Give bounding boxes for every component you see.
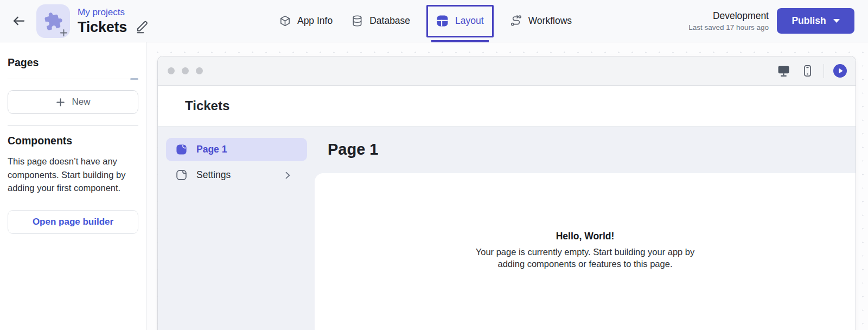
- environment-label: Development: [688, 10, 769, 22]
- page-icon-outline: [175, 169, 188, 181]
- controls-divider: [824, 64, 824, 78]
- plus-badge-icon: [59, 28, 68, 37]
- tab-label: Workflows: [528, 15, 572, 27]
- top-bar-right: Development Last saved 17 hours ago Publ…: [688, 8, 868, 34]
- preview-main-area: Page 1 Hello, World! Your page is curren…: [315, 126, 856, 330]
- new-page-button[interactable]: New: [8, 90, 138, 114]
- nav-item-label: Settings: [196, 169, 231, 181]
- database-icon: [351, 15, 363, 27]
- preview-app-body: Page 1 Settings Page 1: [158, 126, 856, 330]
- cube-icon: [279, 15, 291, 27]
- page-content-card: Hello, World! Your page is currently emp…: [315, 173, 856, 330]
- last-saved-text: Last saved 17 hours ago: [688, 23, 769, 31]
- nav-item-settings[interactable]: Settings: [166, 163, 307, 187]
- preview-app-header: Tickets: [158, 86, 856, 126]
- builder-section-nav: App Info Database Layout Workflows: [277, 0, 574, 42]
- page-icon-filled: [175, 143, 188, 156]
- breadcrumb[interactable]: My projects: [78, 7, 150, 18]
- builder-sidebar: Pages New Components This page doesn’t h…: [0, 42, 146, 330]
- pages-heading: Pages: [8, 56, 138, 69]
- caret-down-icon: [833, 19, 840, 23]
- pages-divider: [8, 79, 138, 79]
- empty-state-line-1: Your page is currently empty. Start buil…: [476, 246, 695, 258]
- preview-controls: [776, 64, 847, 78]
- smartphone-icon: [801, 64, 814, 78]
- app-builder-window: My projects Tickets App Info: [0, 0, 868, 330]
- panel-resize-handle[interactable]: [130, 78, 138, 80]
- components-heading: Components: [8, 135, 138, 147]
- tab-app-info[interactable]: App Info: [277, 5, 335, 37]
- desktop-preview-toggle[interactable]: [776, 64, 791, 78]
- arrow-left-icon: [11, 14, 26, 28]
- open-page-builder-button[interactable]: Open page builder: [8, 210, 138, 234]
- back-button[interactable]: [8, 11, 29, 31]
- plus-icon: [55, 97, 66, 107]
- window-dots: [167, 67, 203, 74]
- title-block: My projects Tickets: [78, 7, 150, 35]
- canvas-area: Tickets Page 1 Settings: [147, 42, 868, 330]
- publish-button[interactable]: Publish: [777, 8, 854, 34]
- page-title: Tickets: [78, 19, 127, 35]
- window-dot: [168, 67, 175, 74]
- pencil-icon: [135, 20, 150, 34]
- new-page-label: New: [72, 97, 90, 107]
- window-dot: [196, 67, 203, 74]
- nav-item-label: Page 1: [196, 144, 227, 155]
- top-bar: My projects Tickets App Info: [0, 0, 868, 42]
- tab-layout[interactable]: Layout: [426, 5, 494, 37]
- top-bar-left: My projects Tickets: [0, 4, 150, 38]
- preview-app-nav: Page 1 Settings: [158, 126, 315, 330]
- tab-label: Database: [369, 15, 410, 27]
- components-divider: [8, 125, 138, 126]
- app-preview-window: Tickets Page 1 Settings: [157, 56, 856, 330]
- window-dot: [182, 67, 189, 74]
- empty-state-line-2: adding components or features to this pa…: [476, 258, 695, 270]
- environment-block: Development Last saved 17 hours ago: [688, 10, 769, 31]
- nav-item-page-1[interactable]: Page 1: [166, 138, 307, 161]
- no-components-message: This page doesn’t have any components. S…: [8, 155, 138, 195]
- preview-app-title: Tickets: [185, 98, 229, 113]
- monitor-icon: [776, 64, 791, 78]
- browser-chrome-bar: [158, 56, 856, 86]
- publish-label: Publish: [792, 15, 826, 27]
- play-icon: [836, 67, 844, 75]
- empty-state-title: Hello, World!: [556, 231, 615, 242]
- chevron-right-icon: [282, 170, 293, 181]
- run-app-button[interactable]: [833, 64, 847, 78]
- empty-state-description: Your page is currently empty. Start buil…: [476, 246, 695, 270]
- preview-page-heading: Page 1: [328, 138, 856, 160]
- app-icon-tile: [36, 4, 70, 38]
- tab-workflows[interactable]: Workflows: [508, 5, 574, 37]
- workflow-route-icon: [510, 15, 522, 27]
- tab-label: App Info: [297, 15, 333, 27]
- tab-label: Layout: [455, 15, 484, 27]
- mobile-preview-toggle[interactable]: [801, 64, 814, 78]
- tab-database[interactable]: Database: [349, 5, 412, 37]
- layout-icon: [436, 15, 449, 27]
- rename-app-button[interactable]: [135, 20, 150, 34]
